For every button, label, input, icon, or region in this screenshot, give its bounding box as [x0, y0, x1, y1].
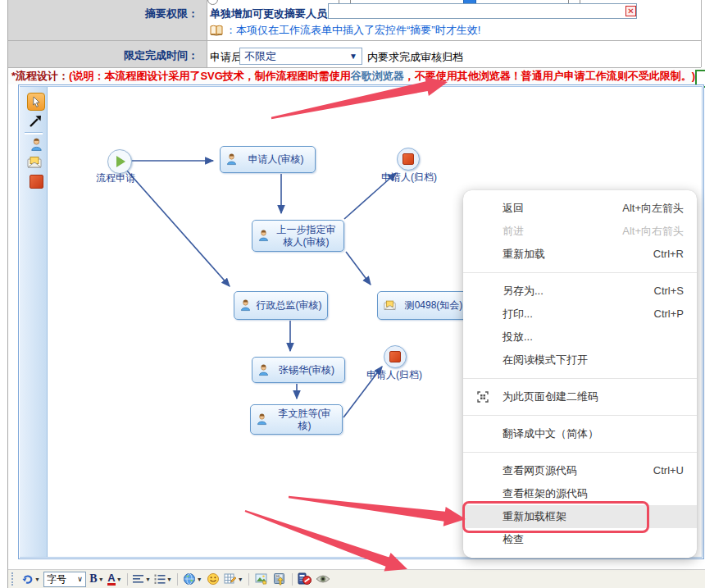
menu-item-cast[interactable]: 投放...: [463, 326, 697, 349]
summary-permission-label: 摘要权限：: [8, 7, 198, 21]
process-design-row: *流程设计： (说明：本流程图设计采用了SVG技术，制作流程图时需使用谷歌浏览器…: [8, 68, 705, 84]
menu-item-reload[interactable]: 重新加载 Ctrl+R: [463, 243, 697, 266]
menu-separator: [463, 415, 697, 416]
undo-icon: [21, 573, 34, 586]
menu-item-forward[interactable]: 前进 Alt+向右箭头: [463, 220, 697, 243]
save-html-icon: HL: [273, 572, 286, 586]
flow-node-notify[interactable]: 测0498(知会): [377, 291, 472, 320]
emoticon-button[interactable]: [206, 572, 221, 587]
time-limit-label: 限定完成时间：: [8, 48, 198, 63]
toolbar-separator: [127, 573, 128, 586]
flow-node-li[interactable]: 李文胜等(审核): [250, 404, 343, 435]
toolbar-grip[interactable]: [11, 572, 16, 586]
clear-field-icon[interactable]: ✕: [625, 6, 636, 16]
person-icon: [256, 413, 268, 426]
dropdown-caret-icon: ▼: [34, 577, 40, 582]
book-icon: [210, 25, 223, 36]
smiley-icon: [207, 572, 220, 586]
person-icon: [257, 364, 270, 376]
partial-radio[interactable]: [207, 0, 218, 5]
preview-eye-icon: [316, 573, 330, 585]
menu-separator: [463, 272, 697, 273]
stop-icon: [389, 351, 401, 362]
flow-node-prev-step[interactable]: 上一步指定审核人(审核): [252, 220, 344, 252]
time-limit-suffix: 内要求完成审核归档: [367, 50, 463, 65]
insert-link-button[interactable]: ▼: [183, 572, 202, 587]
process-design-browser: 谷歌浏览器: [351, 69, 404, 84]
globe-icon: [183, 572, 196, 586]
process-design-note-1: (说明：本流程图设计采用了SVG技术，制作流程图时需使用: [69, 69, 351, 84]
menu-item-create-qr[interactable]: 为此页面创建二维码: [463, 385, 697, 408]
annotation-highlight-box: [462, 501, 649, 533]
menu-item-print[interactable]: 打印... Ctrl+P: [463, 303, 697, 326]
menu-item-save-as[interactable]: 另存为... Ctrl+S: [463, 280, 697, 303]
envelope-icon: [383, 299, 397, 312]
block-icon: [298, 572, 312, 586]
stop-icon: [403, 153, 414, 165]
flow-node-start[interactable]: [107, 149, 132, 174]
align-button[interactable]: ▼: [133, 572, 151, 587]
summary-people-input[interactable]: [328, 3, 637, 19]
toolbar-separator: [292, 573, 293, 586]
preview-button[interactable]: [316, 572, 330, 587]
person-icon: [239, 299, 252, 312]
align-icon: [133, 574, 144, 584]
flow-node-zhang[interactable]: 张锡华(审核): [252, 357, 345, 383]
edit-table-button[interactable]: ▼: [224, 572, 243, 587]
workflow-designer-page: { "form": { "summary_permission": { "lab…: [0, 0, 705, 588]
menu-item-translate[interactable]: 翻译成中文（简体）: [463, 422, 697, 445]
insert-image-button[interactable]: [254, 572, 269, 587]
toolbar-separator: [177, 573, 178, 586]
qr-code-icon: [477, 391, 489, 403]
flow-node-admin-director[interactable]: 行政总监(审核): [234, 291, 328, 320]
label-col-divider: [207, 0, 207, 67]
ordered-list-button[interactable]: ▼: [154, 572, 172, 587]
flow-node-start-label: 流程申请: [86, 171, 145, 185]
menu-item-reading-mode[interactable]: 在阅读模式下打开: [463, 349, 697, 371]
bold-icon: B: [89, 572, 97, 586]
menu-item-back[interactable]: 返回 Alt+向左箭头: [463, 197, 697, 220]
person-icon: [257, 230, 270, 242]
table-right-border: [701, 0, 702, 67]
edit-table-icon: [224, 572, 237, 586]
chevron-down-icon: ∨: [77, 575, 83, 583]
flow-node-archive-top-label: 申请人(归档): [376, 171, 442, 185]
toolbar-separator: [248, 573, 249, 586]
save-html-button[interactable]: HL: [272, 572, 287, 587]
summary-field-label: 单独增加可更改摘要人员:: [210, 7, 330, 21]
undo-button[interactable]: ▼: [21, 572, 40, 587]
time-limit-select[interactable]: 不限定 ▼: [239, 48, 362, 65]
ordered-list-icon: [154, 574, 166, 585]
insert-image-icon: [255, 572, 268, 586]
flow-node-archive-top[interactable]: [397, 148, 420, 171]
row-divider-1: [8, 40, 701, 41]
editor-toolbar: ▼ 字号 ∨ B▼ A▼ ▼ ▼ ▼: [8, 569, 705, 588]
flow-node-archive-mid[interactable]: [384, 345, 407, 368]
summary-hint: ：本项仅在工作流表单中插入了宏控件“摘要”时才生效!: [210, 23, 480, 38]
page-left-border: [7, 0, 8, 588]
menu-separator: [463, 378, 697, 379]
time-limit-prefix: 申请后: [210, 50, 242, 65]
menu-separator: [463, 452, 697, 453]
process-design-note-2: ，不要使用其他浏览器！普通用户申请工作流则不受此限制。): [404, 69, 695, 84]
block-button[interactable]: [298, 572, 312, 587]
font-color-button[interactable]: A▼: [107, 572, 122, 587]
person-icon: [225, 153, 238, 166]
chevron-down-icon: ▼: [349, 52, 357, 61]
flow-node-applicant-audit[interactable]: 申请人(审核): [220, 146, 316, 173]
bold-button[interactable]: B▼: [89, 572, 104, 587]
menu-item-view-source[interactable]: 查看网页源代码 Ctrl+U: [463, 459, 697, 482]
flow-node-archive-mid-label: 申请人(归档): [362, 368, 427, 382]
font-color-icon: A: [107, 573, 115, 586]
font-size-select[interactable]: 字号 ∨: [43, 572, 86, 587]
process-design-label: *流程设计：: [11, 69, 69, 84]
play-icon: [116, 156, 125, 167]
